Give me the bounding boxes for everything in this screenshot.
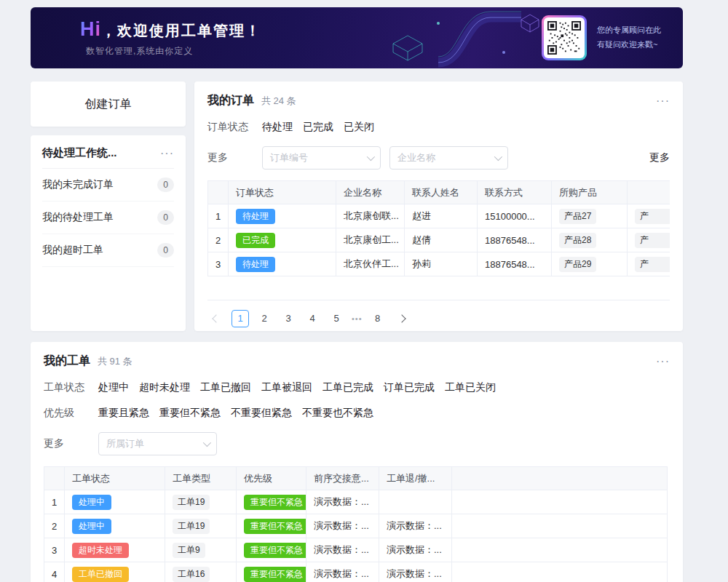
pagination-page-last[interactable]: 8 [369, 310, 387, 327]
orders-table: 订单状态 企业名称 联系人姓名 联系方式 所购产品 1 待处理 北京康创联.. [207, 180, 670, 276]
stats-card-title: 待处理工作统... [42, 146, 117, 160]
stat-overtime-workorders[interactable]: 我的超时工单 0 [42, 234, 174, 267]
workorder-type-tag: 工单16 [173, 567, 210, 582]
pagination-prev-icon[interactable] [207, 310, 225, 327]
company-name-select[interactable]: 企业名称 [389, 146, 508, 170]
product-tag: 产品29 [559, 257, 596, 272]
order-status-badge: 已完成 [236, 233, 275, 248]
stat-count-badge: 0 [157, 243, 174, 258]
banner-title: Hi ，欢迎使用工单管理！ [80, 18, 261, 41]
stat-count-badge: 0 [157, 210, 174, 225]
create-order-button[interactable]: 创建订单 [31, 81, 186, 127]
stat-label: 我的未完成订单 [42, 178, 114, 191]
order-status-option-pending[interactable]: 待处理 [262, 121, 293, 134]
workorder-row[interactable]: 3 超时未处理 工单9 重要但不紧急 演示数据：... 演示数据：... [44, 538, 668, 562]
handover-cell: 演示数据：... [306, 562, 379, 582]
workorder-type-tag: 工单19 [173, 519, 210, 534]
col-order-status: 订单状态 [229, 181, 336, 204]
order-number-select[interactable]: 订单编号 [262, 146, 381, 170]
orders-more-filter-label: 更多 [207, 151, 262, 164]
workorders-more-filter-row: 更多 所属订单 [44, 432, 670, 455]
workorders-more-icon[interactable]: ··· [656, 356, 670, 367]
workorder-status-badge: 处理中 [72, 495, 111, 510]
phone-cell: 15100000... [478, 204, 552, 228]
qr-code-image [544, 17, 585, 58]
priority-not-important-not-urgent[interactable]: 不重要也不紧急 [302, 407, 373, 420]
pagination-page-3[interactable]: 3 [280, 310, 297, 327]
col-contact: 联系人姓名 [405, 181, 478, 204]
order-row[interactable]: 2 已完成 北京康创工... 赵倩 18876548... 产品28 产 [208, 228, 670, 252]
pagination-page-1[interactable]: 1 [232, 310, 249, 327]
workorder-status-filter-row: 工单状态 处理中 超时未处理 工单已撤回 工单被退回 工单已完成 订单已完成 工… [44, 381, 670, 394]
wo-status-done[interactable]: 工单已完成 [323, 381, 373, 394]
wo-status-order-done[interactable]: 订单已完成 [384, 381, 435, 394]
orders-more-icon[interactable]: ··· [656, 95, 670, 107]
pagination-next-icon[interactable] [393, 310, 411, 327]
col-products: 所购产品 [552, 181, 628, 204]
priority-important-urgent[interactable]: 重要且紧急 [98, 407, 149, 420]
workorders-count: 共 91 条 [98, 355, 132, 368]
parent-order-select[interactable]: 所属订单 [98, 432, 217, 455]
chevron-down-icon [494, 153, 502, 161]
col-phone: 联系方式 [478, 181, 552, 204]
workorder-row[interactable]: 1 处理中 工单19 重要但不紧急 演示数据：... [44, 490, 668, 514]
order-status-option-done[interactable]: 已完成 [303, 121, 333, 134]
wo-status-closed[interactable]: 工单已关闭 [445, 381, 496, 394]
chevron-down-icon [203, 439, 211, 447]
stat-pending-workorders[interactable]: 我的待处理工单 0 [42, 202, 174, 234]
order-row[interactable]: 3 待处理 北京伙伴工... 孙莉 18876548... 产品29 产 [208, 252, 670, 276]
stat-unfinished-orders[interactable]: 我的未完成订单 0 [42, 169, 174, 202]
orders-more-link[interactable]: 更多 [649, 151, 670, 164]
priority-important-not-urgent[interactable]: 重要但不紧急 [159, 407, 221, 420]
priority-filter-label: 优先级 [44, 407, 98, 420]
product-tag: 产 [635, 209, 670, 224]
workorder-row[interactable]: 2 处理中 工单19 重要但不紧急 演示数据：... 演示数据：... [44, 514, 668, 538]
workorders-more-filter-label: 更多 [44, 437, 98, 450]
pending-work-stats-card: 待处理工作统... ··· 我的未完成订单 0 我的待处理工单 0 我的超时工单… [31, 135, 186, 331]
wo-status-returned[interactable]: 工单被退回 [261, 381, 312, 394]
order-status-option-closed[interactable]: 已关闭 [344, 121, 374, 134]
stat-label: 我的超时工单 [42, 244, 103, 257]
workorders-panel-title: 我的工单 [44, 354, 90, 369]
stat-count-badge: 0 [157, 178, 174, 192]
pagination-page-5[interactable]: 5 [328, 310, 345, 327]
consultant-text: 您的专属顾问在此 有疑问欢迎来戳~ [597, 23, 661, 52]
pagination-more-icon[interactable]: ••• [352, 314, 363, 323]
left-sidebar: 创建订单 待处理工作统... ··· 我的未完成订单 0 我的待处理工单 0 我… [31, 81, 186, 331]
wo-status-overtime[interactable]: 超时未处理 [139, 381, 190, 394]
workorder-status-badge: 处理中 [72, 519, 111, 534]
pagination-page-4[interactable]: 4 [304, 310, 321, 327]
handover-cell: 演示数据：... [306, 490, 379, 514]
contact-cell: 赵进 [405, 204, 478, 228]
banner-greeting-highlight: Hi [80, 18, 101, 41]
contact-cell: 赵倩 [405, 228, 478, 252]
orders-count: 共 24 条 [261, 95, 296, 108]
parent-order-placeholder: 所属订单 [106, 437, 144, 450]
pagination-page-2[interactable]: 2 [256, 310, 273, 327]
my-workorders-panel: 我的工单 共 91 条 ··· 工单状态 处理中 超时未处理 工单已撤回 工单被… [31, 342, 683, 582]
workorder-row[interactable]: 4 工单已撤回 工单16 重要但不紧急 演示数据：... 演示数据：... [44, 562, 668, 582]
order-status-filter-row: 订单状态 待处理 已完成 已关闭 [207, 121, 670, 134]
handover-cell: 演示数据：... [306, 514, 379, 538]
col-wo-status: 工单状态 [65, 467, 165, 490]
withdraw-cell [379, 490, 452, 514]
company-cell: 北京康创联... [336, 204, 405, 228]
stats-more-icon[interactable]: ··· [160, 148, 174, 159]
banner-text-block: Hi ，欢迎使用工单管理！ 数智化管理,系统由你定义 [80, 18, 261, 57]
col-company: 企业名称 [336, 181, 405, 204]
wo-status-withdrawn[interactable]: 工单已撤回 [200, 381, 251, 394]
wo-status-processing[interactable]: 处理中 [98, 381, 129, 394]
order-status-badge: 待处理 [236, 257, 275, 272]
contact-cell: 孙莉 [405, 252, 478, 276]
product-tag: 产品27 [559, 209, 596, 224]
welcome-banner: Hi ，欢迎使用工单管理！ 数智化管理,系统由你定义 [31, 7, 683, 68]
phone-cell: 18876548... [478, 228, 552, 252]
priority-filter-row: 优先级 重要且紧急 重要但不紧急 不重要但紧急 不重要也不紧急 [44, 407, 670, 420]
priority-not-important-urgent[interactable]: 不重要但紧急 [231, 407, 292, 420]
workorder-status-filter-label: 工单状态 [44, 381, 98, 394]
page: Hi ，欢迎使用工单管理！ 数智化管理,系统由你定义 [0, 0, 728, 582]
order-row[interactable]: 1 待处理 北京康创联... 赵进 15100000... 产品27 产 [208, 204, 670, 228]
priority-badge: 重要但不紧急 [244, 543, 306, 558]
consultant-text-line2: 有疑问欢迎来戳~ [597, 38, 661, 52]
order-status-badge: 待处理 [236, 209, 275, 224]
